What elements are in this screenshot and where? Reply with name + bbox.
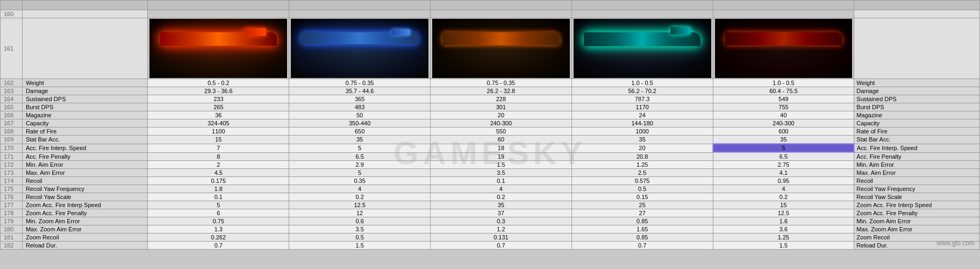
- tempest-value: 0.75 - 0.35: [289, 79, 431, 87]
- data-cell: [571, 10, 713, 18]
- row-label: Max. Zoom Aim Error: [22, 225, 148, 233]
- row-label: Magazine: [22, 111, 148, 119]
- tempest-value: 5: [289, 144, 431, 152]
- right-label: Capacity: [854, 119, 980, 128]
- shuriken-value: 0.1: [148, 193, 289, 201]
- hurricane-value: 56.2 - 70.2: [571, 87, 713, 95]
- row-num: 165: [1, 103, 23, 111]
- row-num: 179: [1, 217, 23, 225]
- tempest-value: 483: [289, 103, 431, 111]
- col4-value: 60: [431, 136, 572, 144]
- row-label: [22, 18, 148, 79]
- col6-value: 6.5: [713, 152, 854, 161]
- row-label: Capacity: [22, 119, 148, 128]
- right-label: Zoom Acc. Fire Penalty: [854, 209, 980, 217]
- col6-value: 15: [713, 201, 854, 209]
- tempest-value: 4: [289, 185, 431, 193]
- row-num: 182: [1, 242, 23, 250]
- table-row: 170 Acc. Fire Interp. Speed 7 5 18 20 5 …: [1, 144, 980, 152]
- row-num: 181: [1, 233, 23, 242]
- shuriken-value: 0.262: [148, 233, 289, 242]
- hurricane-value: 0.575: [571, 177, 713, 185]
- tempest-value: 0.2: [289, 193, 431, 201]
- hurricane-value: 1.25: [571, 161, 713, 169]
- col6-value: 4.1: [713, 169, 854, 177]
- right-label: Rate of Fire: [854, 128, 980, 136]
- hurricane-header: [571, 1, 713, 10]
- col6-value: 600: [713, 128, 854, 136]
- col6-value: 60.4 - 75.5: [713, 87, 854, 95]
- col6-value: 1.5: [713, 242, 854, 250]
- page-wrapper: GАМЕSKY 160: [0, 0, 980, 250]
- tempest-value: 5: [289, 169, 431, 177]
- gun-image-hurricane: [571, 18, 713, 79]
- row-label: Zoom Acc. Fire Interp Speed: [22, 201, 148, 209]
- row-num: 167: [1, 119, 23, 128]
- hurricane-value: 20: [571, 144, 713, 152]
- row-label: Weight: [22, 79, 148, 87]
- shuriken-value: 36: [148, 111, 289, 119]
- col4-value: 0.2: [431, 193, 572, 201]
- col4-value: 0.3: [431, 217, 572, 225]
- shuriken-value: 0.75: [148, 217, 289, 225]
- row-num: 171: [1, 152, 23, 161]
- table-row: 172 Min. Aim Error 2 2.9 1.5 1.25 2.75 M…: [1, 161, 980, 169]
- table-row: 162 Weight 0.5 - 0.2 0.75 - 0.35 0.75 - …: [1, 79, 980, 87]
- col6-value: 12.5: [713, 209, 854, 217]
- tempest-value: 0.5: [289, 233, 431, 242]
- table-row: 179 Min. Zoom Aim Error 0.75 0.6 0.3 0.8…: [1, 217, 980, 225]
- col6-value: 240-300: [713, 119, 854, 128]
- table-row: 160: [1, 10, 980, 18]
- hurricane-value: 0.85: [571, 217, 713, 225]
- col4-value: 37: [431, 209, 572, 217]
- shuriken-value: 233: [148, 95, 289, 103]
- row-num: 176: [1, 193, 23, 201]
- col6-value: 4: [713, 185, 854, 193]
- shuriken-value: 4.5: [148, 169, 289, 177]
- rownum-header: [1, 1, 23, 10]
- hurricane-value: 787.3: [571, 95, 713, 103]
- table-row: 174 Recoil 0.175 0.35 0.1 0.575 0.95 Rec…: [1, 177, 980, 185]
- right-label: Acc. Fire Penalty: [854, 152, 980, 161]
- col6-value: 35: [713, 136, 854, 144]
- hurricane-value: 0.15: [571, 193, 713, 201]
- col4-value: 4: [431, 185, 572, 193]
- table-row: 161: [1, 18, 980, 79]
- right-label: Weight: [854, 79, 980, 87]
- row-num: 172: [1, 161, 23, 169]
- col4-value: 19: [431, 152, 572, 161]
- row-num: 168: [1, 128, 23, 136]
- hurricane-value: 2.5: [571, 169, 713, 177]
- row-num: 177: [1, 201, 23, 209]
- col6-value: 1.25: [713, 233, 854, 242]
- shuriken-value: 29.3 - 36.6: [148, 87, 289, 95]
- right-label-header: [854, 1, 980, 10]
- tempest-value: 50: [289, 111, 431, 119]
- col6-value: 2.75: [713, 161, 854, 169]
- right-label: Damage: [854, 87, 980, 95]
- col6-value: 5: [713, 144, 854, 152]
- tempest-value: 12.5: [289, 201, 431, 209]
- right-label: Max. Zoom Aim Error: [854, 225, 980, 233]
- hurricane-value: 25: [571, 201, 713, 209]
- right-label: Recoil Yaw Frequency: [854, 185, 980, 193]
- gun-image-col4: [431, 18, 572, 79]
- shuriken-value: 8: [148, 152, 289, 161]
- row-label: Zoom Acc. Fire Penalty: [22, 209, 148, 217]
- data-cell: [713, 10, 854, 18]
- row-label: Acc. Fire Penalty: [22, 152, 148, 161]
- tempest-value: 35: [289, 136, 431, 144]
- col4-value: 240-300: [431, 119, 572, 128]
- table-row: 164 Sustained DPS 233 365 228 787.3 549 …: [1, 95, 980, 103]
- col4-value: 0.131: [431, 233, 572, 242]
- col6-value: 0.95: [713, 177, 854, 185]
- row-num: 166: [1, 111, 23, 119]
- gun-image-shuriken: [148, 18, 289, 79]
- col6-header: [713, 1, 854, 10]
- table-row: 167 Capacity 324-405 350-440 240-300 144…: [1, 119, 980, 128]
- hurricane-value: 1000: [571, 128, 713, 136]
- shuriken-value: 5: [148, 201, 289, 209]
- col4-value: 3.5: [431, 169, 572, 177]
- table-header: [1, 1, 980, 10]
- data-cell: [148, 10, 289, 18]
